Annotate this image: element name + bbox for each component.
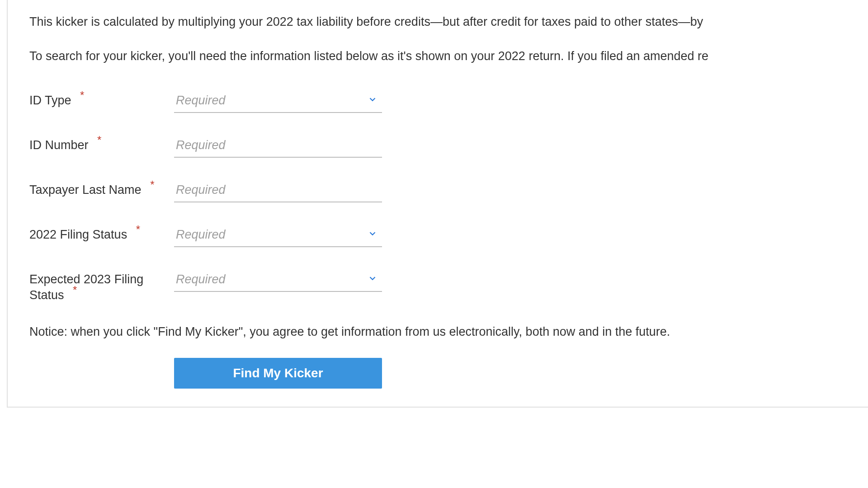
label-text: Expected 2023 Filing Status bbox=[29, 272, 143, 302]
kicker-form-panel: This kicker is calculated by multiplying… bbox=[7, 0, 868, 408]
notice-paragraph: Notice: when you click "Find My Kicker",… bbox=[29, 325, 846, 339]
required-asterisk-icon: * bbox=[136, 223, 140, 235]
required-asterisk-icon: * bbox=[150, 178, 154, 191]
label-id-number: ID Number * bbox=[29, 135, 174, 153]
filing-status-2022-select[interactable]: Required bbox=[174, 224, 382, 247]
form-row-last-name: Taxpayer Last Name * bbox=[29, 179, 846, 202]
label-last-name: Taxpayer Last Name * bbox=[29, 179, 174, 198]
intro-paragraph-1: This kicker is calculated by multiplying… bbox=[29, 14, 846, 31]
filing-status-2023-select[interactable]: Required bbox=[174, 269, 382, 292]
required-asterisk-icon: * bbox=[80, 89, 84, 101]
id-type-select[interactable]: Required bbox=[174, 90, 382, 113]
label-text: ID Number bbox=[29, 138, 89, 152]
label-text: ID Type bbox=[29, 94, 71, 107]
required-asterisk-icon: * bbox=[97, 134, 101, 146]
select-placeholder: Required bbox=[174, 90, 382, 113]
select-placeholder: Required bbox=[174, 224, 382, 247]
form-row-2022-filing-status: 2022 Filing Status * Required bbox=[29, 224, 846, 247]
required-asterisk-icon: * bbox=[73, 284, 77, 296]
id-number-input[interactable] bbox=[174, 135, 382, 158]
submit-row: Find My Kicker bbox=[174, 358, 846, 389]
label-text: Taxpayer Last Name bbox=[29, 183, 142, 197]
label-text: 2022 Filing Status bbox=[29, 228, 127, 241]
label-2023-filing-status: Expected 2023 Filing Status * bbox=[29, 269, 174, 303]
intro-paragraph-2: To search for your kicker, you'll need t… bbox=[29, 48, 846, 65]
label-2022-filing-status: 2022 Filing Status * bbox=[29, 224, 174, 243]
form-row-id-type: ID Type * Required bbox=[29, 90, 846, 113]
form-row-id-number: ID Number * bbox=[29, 135, 846, 158]
select-placeholder: Required bbox=[174, 269, 382, 292]
last-name-input[interactable] bbox=[174, 179, 382, 202]
label-id-type: ID Type * bbox=[29, 90, 174, 108]
find-my-kicker-button[interactable]: Find My Kicker bbox=[174, 358, 382, 389]
form-row-2023-filing-status: Expected 2023 Filing Status * Required bbox=[29, 269, 846, 303]
